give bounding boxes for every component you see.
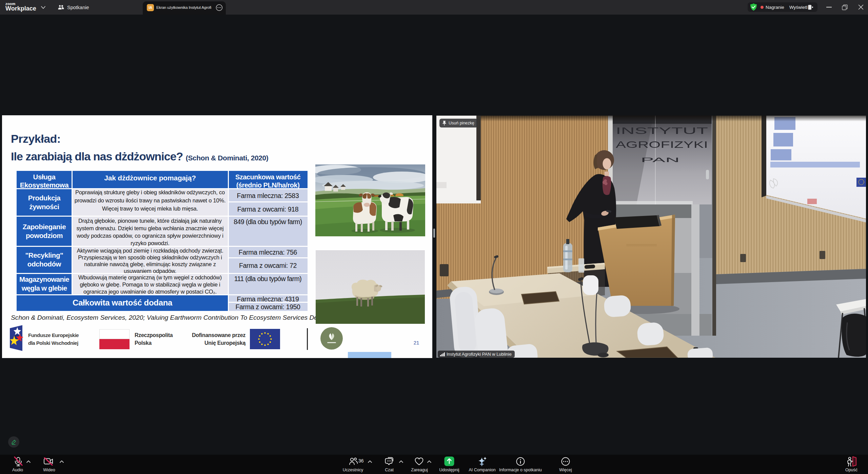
svg-text:AGROFIZYKI: AGROFIZYKI: [616, 139, 708, 150]
svg-text:INSTYTUT: INSTYTUT: [616, 125, 708, 136]
svg-text:PAN: PAN: [641, 157, 679, 163]
